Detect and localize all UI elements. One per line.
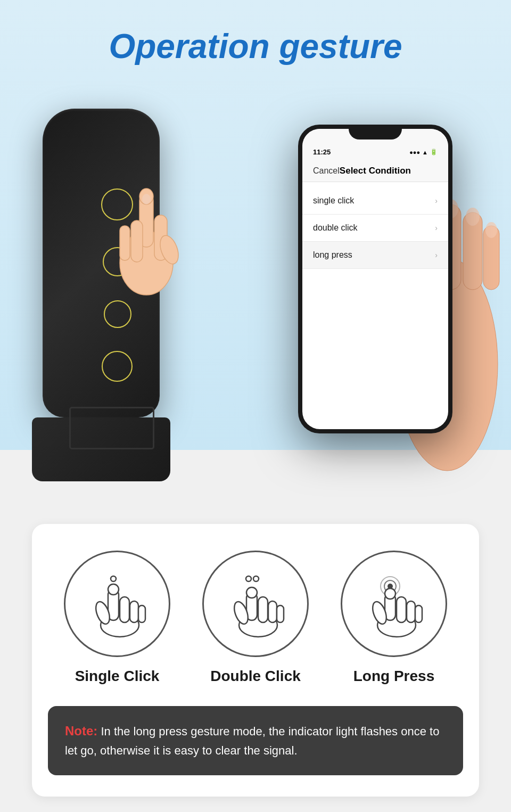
phone-mockup: 11:25 ●●● ▲ 🔋 Cancel Select Condition — [298, 125, 452, 433]
svg-point-18 — [111, 576, 116, 581]
svg-rect-41 — [397, 597, 406, 622]
long-press-icon-circle — [341, 551, 447, 657]
svg-point-16 — [466, 208, 480, 226]
nav-cancel[interactable]: Cancel — [313, 166, 340, 176]
svg-rect-43 — [415, 605, 422, 622]
gestures-section: Single Click — [32, 524, 479, 797]
svg-rect-33 — [277, 605, 284, 622]
menu-list: single click › double click › long press… — [302, 182, 448, 274]
double-click-icon-circle — [202, 551, 309, 657]
svg-rect-22 — [120, 597, 129, 622]
nav-title: Select Condition — [340, 166, 411, 176]
note-box: Note: In the long press gesture mode, th… — [48, 706, 463, 775]
page-title: Operation gesture — [0, 0, 511, 82]
svg-rect-5 — [120, 226, 130, 260]
svg-rect-42 — [407, 601, 415, 622]
single-click-icon-circle — [64, 551, 170, 657]
signal-icon: ●●● — [409, 149, 420, 155]
battery-icon: 🔋 — [430, 149, 438, 155]
gestures-row: Single Click — [48, 551, 463, 685]
status-time: 11:25 — [313, 148, 331, 156]
device-container — [21, 98, 224, 481]
svg-point-21 — [108, 584, 119, 595]
gesture-item-single-click: Single Click — [48, 551, 186, 685]
menu-item-label-1: single click — [313, 196, 354, 206]
wifi-icon: ▲ — [422, 149, 428, 155]
chevron-icon-3: › — [435, 251, 438, 259]
bottom-area: Single Click — [0, 508, 511, 812]
device-button-3 — [104, 300, 131, 328]
svg-rect-31 — [258, 597, 268, 622]
svg-point-30 — [246, 587, 257, 598]
note-label: Note: — [65, 724, 97, 738]
double-click-icon — [226, 569, 285, 638]
menu-item-long-press[interactable]: long press › — [302, 242, 448, 269]
svg-point-26 — [246, 576, 251, 581]
phone-screen: 11:25 ●●● ▲ 🔋 Cancel Select Condition — [302, 129, 448, 429]
pointing-hand-svg — [96, 162, 192, 300]
svg-rect-32 — [268, 601, 277, 622]
app-nav: Cancel Select Condition — [302, 160, 448, 182]
menu-item-label-3: long press — [313, 250, 352, 260]
svg-point-27 — [253, 576, 259, 581]
svg-rect-24 — [138, 605, 145, 622]
svg-point-7 — [142, 194, 151, 204]
long-press-label: Long Press — [353, 668, 434, 685]
hand-phone-container: 11:25 ●●● ▲ 🔋 Cancel Select Condition — [234, 82, 500, 508]
single-click-label: Single Click — [75, 668, 160, 685]
svg-rect-23 — [130, 601, 138, 622]
svg-point-17 — [485, 222, 497, 238]
note-text: In the long press gesture mode, the indi… — [65, 725, 439, 757]
device-base — [32, 417, 170, 481]
single-click-icon — [88, 569, 146, 638]
hero-section: 11:25 ●●● ▲ 🔋 Cancel Select Condition — [0, 82, 511, 508]
svg-point-40 — [385, 588, 395, 599]
double-click-label: Double Click — [210, 668, 301, 685]
phone-notch — [349, 125, 402, 140]
long-press-icon — [365, 569, 423, 638]
device-stand — [69, 407, 154, 449]
status-icons: ●●● ▲ 🔋 — [409, 149, 438, 155]
chevron-icon-1: › — [435, 196, 438, 205]
svg-rect-4 — [131, 220, 143, 262]
menu-item-double-click[interactable]: double click › — [302, 215, 448, 242]
chevron-icon-2: › — [435, 224, 438, 232]
menu-item-label-2: double click — [313, 223, 358, 233]
device-button-4 — [102, 351, 133, 382]
menu-item-single-click[interactable]: single click › — [302, 187, 448, 215]
gesture-item-double-click: Double Click — [186, 551, 325, 685]
gesture-item-long-press: Long Press — [325, 551, 463, 685]
